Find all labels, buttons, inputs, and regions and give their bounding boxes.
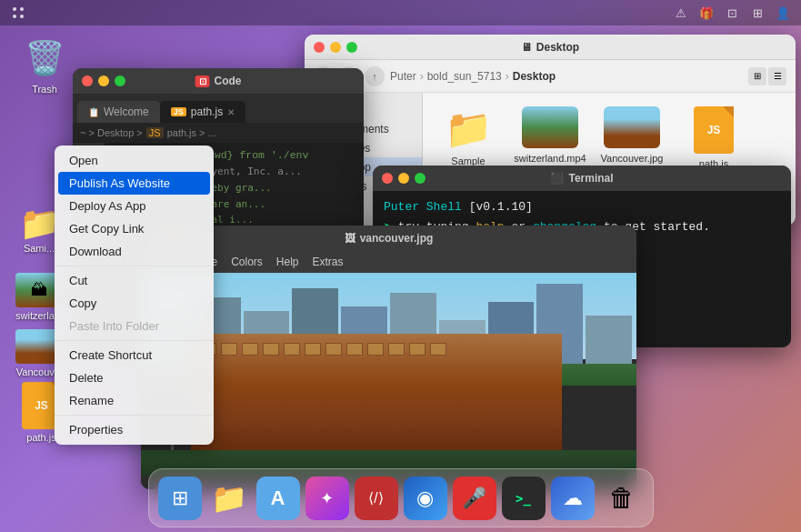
breadcrumb-puter[interactable]: Puter <box>390 70 416 83</box>
code-window-controls <box>82 75 125 86</box>
breadcrumb-user[interactable]: bold_sun_5713 <box>427 70 502 83</box>
desktop-min-btn[interactable] <box>330 42 341 53</box>
switzerland-thumb <box>522 106 578 148</box>
gift-icon[interactable]: 🎁 <box>697 4 716 22</box>
desktop-titlebar: 🖥 Desktop <box>305 35 796 60</box>
menu-deploy-app[interactable]: Deploy As App <box>55 195 214 217</box>
menu-sep-2 <box>55 340 214 341</box>
code-title-icon: ⊡ <box>195 75 210 87</box>
menu-open[interactable]: Open <box>55 149 214 172</box>
dock: ⊞ 📁 A ✦ ⟨/⟩ ◉ 🎤 >_ ☁ 🗑 <box>148 468 654 527</box>
terminal-max-btn[interactable] <box>415 173 426 184</box>
menu-download[interactable]: Download <box>55 240 214 263</box>
breadcrumb-current[interactable]: Desktop <box>513 70 556 83</box>
dock-code[interactable]: ⟨/⟩ <box>355 477 398 520</box>
terminal-titlebar: ⬛ Terminal <box>373 166 791 191</box>
menu-help[interactable]: Help <box>276 256 299 268</box>
bwin-10 <box>388 343 405 356</box>
menu-rename[interactable]: Rename <box>55 389 214 412</box>
vancouver-thumb <box>604 106 660 148</box>
pathjs-tab-close[interactable]: ✕ <box>227 107 235 117</box>
vancouver-filename: Vancouver.jpg <box>601 153 664 164</box>
building-scene <box>141 273 636 489</box>
desktop-max-btn[interactable] <box>346 42 357 53</box>
terminal-title: ⬛ Terminal <box>550 172 613 185</box>
dock-folder[interactable]: 📁 <box>207 477 251 520</box>
breadcrumb-sep2: › <box>506 70 509 83</box>
warning-icon[interactable]: ⚠ <box>672 4 690 22</box>
dock-grid[interactable]: ⊞ <box>158 477 202 520</box>
desktop-window-title: 🖥 Desktop <box>521 41 579 54</box>
city-b-10 <box>586 316 632 370</box>
dock-puter-icon: ☁ <box>563 487 583 510</box>
code-breadcrumb: ~ > Desktop > JS path.js > ... <box>73 123 364 143</box>
terminal-window-controls <box>382 173 426 184</box>
grid-icon[interactable]: ⊞ <box>748 4 766 22</box>
desktop-close-btn[interactable] <box>314 42 325 53</box>
dock-grid-icon: ⊞ <box>172 487 188 510</box>
puter-menu-icon[interactable] <box>9 4 27 22</box>
svg-point-0 <box>13 7 16 11</box>
desktop-title-icon: 🖥 <box>521 41 532 54</box>
terminal-min-btn[interactable] <box>398 173 409 184</box>
code-close-btn[interactable] <box>82 75 93 86</box>
pathjs-thumb: JS <box>694 106 734 154</box>
code-min-btn[interactable] <box>98 75 109 86</box>
menu-colors[interactable]: Colors <box>231 256 263 268</box>
pathjs-tab-label: path.js <box>191 105 223 118</box>
user-icon[interactable]: 👤 <box>774 4 792 22</box>
tab-pathjs[interactable]: JS path.js ✕ <box>160 101 245 123</box>
menu-paste: Paste Into Folder <box>55 315 214 337</box>
menu-cut[interactable]: Cut <box>55 269 214 292</box>
menu-delete[interactable]: Delete <box>55 366 214 389</box>
dock-font[interactable]: A <box>256 477 300 520</box>
code-bc-desktop: ~ > Desktop > <box>80 127 143 138</box>
svg-point-1 <box>20 7 24 11</box>
sample-label: Sami... <box>24 243 55 254</box>
bwin-12 <box>430 343 446 356</box>
tab-welcome[interactable]: 📋 Welcome <box>77 101 160 123</box>
desktop-icon-trash[interactable]: 🗑️ Trash <box>13 36 76 95</box>
top-bar-left <box>9 4 27 22</box>
menu-publish[interactable]: Publish As Website <box>58 172 210 195</box>
menu-sep-3 <box>55 415 214 416</box>
menu-create-shortcut[interactable]: Create Shortcut <box>55 344 214 366</box>
menu-get-copy-link[interactable]: Get Copy Link <box>55 217 214 240</box>
menu-copy[interactable]: Copy <box>55 292 214 315</box>
image-menubar: View Image Colors Help Extras <box>141 251 636 273</box>
menu-extras[interactable]: Extras <box>313 256 344 268</box>
list-view-btn[interactable]: ☰ <box>768 67 786 85</box>
grid-view-btn[interactable]: ⊞ <box>748 67 766 85</box>
dock-trash[interactable]: 🗑 <box>600 477 644 520</box>
dock-mic-icon: 🎤 <box>462 487 486 510</box>
image-title-icon: 🖼 <box>345 232 355 245</box>
file-item-sample[interactable]: 📁 Sample <box>436 106 500 166</box>
desktop-window-controls <box>314 42 357 53</box>
dock-mic[interactable]: 🎤 <box>453 477 496 520</box>
file-item-pathjs[interactable]: JS path.js <box>682 106 746 169</box>
window-icon[interactable]: ⊡ <box>723 4 741 22</box>
code-max-btn[interactable] <box>115 75 125 86</box>
bwin-5 <box>284 343 300 356</box>
breadcrumb-bar: Puter › bold_sun_5713 › Desktop <box>390 70 743 83</box>
nav-up-btn[interactable]: ↑ <box>365 66 385 86</box>
welcome-tab-label: Welcome <box>104 105 149 118</box>
dock-browser[interactable]: ◉ <box>404 477 447 520</box>
dock-terminal[interactable]: >_ <box>502 477 546 520</box>
dock-craft[interactable]: ✦ <box>305 477 349 520</box>
desktop-title-text: Desktop <box>536 41 579 54</box>
dock-puter[interactable]: ☁ <box>551 477 595 520</box>
building-windows <box>191 334 563 365</box>
file-item-switzerland[interactable]: switzerland.mp4 <box>518 106 582 164</box>
bwin-7 <box>325 343 342 356</box>
menu-properties[interactable]: Properties <box>55 418 214 441</box>
code-title-text: Code <box>215 75 242 87</box>
file-item-vancouver[interactable]: Vancouver.jpg <box>600 106 664 164</box>
dock-craft-icon: ✦ <box>320 488 334 508</box>
bwin-8 <box>346 343 363 356</box>
trash-icon-img: 🗑️ <box>23 36 66 80</box>
terminal-close-btn[interactable] <box>382 173 393 184</box>
menu-sep-1 <box>55 266 214 266</box>
top-bar-right: ⚠ 🎁 ⊡ ⊞ 👤 <box>672 4 792 22</box>
bwin-4 <box>263 343 279 356</box>
